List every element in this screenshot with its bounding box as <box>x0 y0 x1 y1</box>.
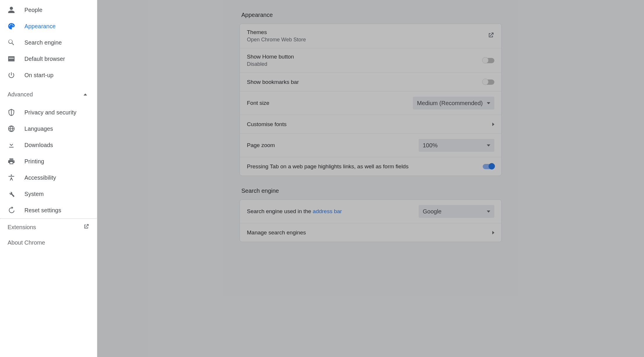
sidebar-item-printing[interactable]: Printing <box>0 153 97 169</box>
sidebar-item-label: Downloads <box>24 142 53 149</box>
search-engine-value: Google <box>423 208 442 215</box>
download-icon <box>8 141 15 149</box>
home-button-toggle[interactable] <box>483 58 494 63</box>
home-button-status: Disabled <box>247 61 294 67</box>
sidebar-item-languages[interactable]: Languages <box>0 121 97 137</box>
row-manage-search-engines[interactable]: Manage search engines <box>240 223 501 242</box>
extensions-label: Extensions <box>8 224 36 231</box>
row-bookmarks-bar: Show bookmarks bar <box>240 73 501 91</box>
appearance-section: Appearance Themes Open Chrome Web Store … <box>240 12 502 176</box>
sidebar-item-label: On start-up <box>24 72 54 79</box>
settings-main: Appearance Themes Open Chrome Web Store … <box>97 0 644 357</box>
sidebar-item-label: People <box>24 7 43 13</box>
open-new-icon <box>487 32 494 40</box>
row-search-engine: Search engine used in the address bar Go… <box>240 200 501 223</box>
sidebar-item-about[interactable]: About Chrome <box>0 235 97 250</box>
sidebar-item-label: Privacy and security <box>24 109 76 116</box>
themes-label: Themes <box>247 29 306 36</box>
bookmarks-toggle[interactable] <box>483 79 494 85</box>
sidebar-item-accessibility[interactable]: Accessibility <box>0 169 97 186</box>
themes-sublabel: Open Chrome Web Store <box>247 37 306 43</box>
home-button-label: Show Home button <box>247 54 294 60</box>
sidebar-basic-list: People Appearance Search engine Default … <box>0 0 97 83</box>
page-zoom-select[interactable]: 100% <box>419 139 494 152</box>
caret-up-icon <box>84 93 87 96</box>
search-used-label: Search engine used in the address bar <box>247 208 342 215</box>
sidebar-item-reset[interactable]: Reset settings <box>0 202 97 218</box>
appearance-card: Themes Open Chrome Web Store Show Home b… <box>240 24 502 176</box>
sidebar-item-label: Printing <box>24 158 44 165</box>
font-size-select[interactable]: Medium (Recommended) <box>413 97 494 109</box>
bookmarks-label: Show bookmarks bar <box>247 79 299 85</box>
open-new-icon <box>83 223 89 231</box>
sidebar-item-privacy[interactable]: Privacy and security <box>0 104 97 121</box>
sidebar-item-downloads[interactable]: Downloads <box>0 137 97 153</box>
search-icon <box>8 39 15 46</box>
sidebar-advanced-toggle[interactable]: Advanced <box>0 86 97 102</box>
sidebar-item-label: System <box>24 191 44 197</box>
wrench-icon <box>8 190 15 198</box>
reset-icon <box>8 206 15 214</box>
sidebar-item-label: Reset settings <box>24 207 61 214</box>
tab-highlight-label: Pressing Tab on a web page highlights li… <box>247 163 408 170</box>
manage-search-label: Manage search engines <box>247 229 306 236</box>
search-engine-section: Search engine Search engine used in the … <box>240 188 502 242</box>
page-zoom-value: 100% <box>423 142 438 149</box>
row-page-zoom: Page zoom 100% <box>240 133 501 157</box>
sidebar-item-search-engine[interactable]: Search engine <box>0 34 97 51</box>
sidebar-item-appearance[interactable]: Appearance <box>0 18 97 34</box>
print-icon <box>8 158 15 165</box>
sidebar-item-people[interactable]: People <box>0 2 97 18</box>
sidebar-advanced-list: Privacy and security Languages Downloads… <box>0 102 97 218</box>
customise-fonts-label: Customise fonts <box>247 121 286 128</box>
palette-icon <box>8 22 15 30</box>
dropdown-icon <box>487 102 490 104</box>
settings-sidebar: People Appearance Search engine Default … <box>0 0 97 357</box>
tab-highlight-toggle[interactable] <box>483 164 494 169</box>
about-label: About Chrome <box>8 239 45 246</box>
sidebar-item-label: Appearance <box>24 23 56 30</box>
shield-icon <box>8 109 15 116</box>
search-engine-title: Search engine <box>241 188 502 194</box>
person-icon <box>8 6 15 14</box>
page-zoom-label: Page zoom <box>247 142 275 149</box>
sidebar-item-on-startup[interactable]: On start-up <box>0 67 97 83</box>
address-bar-link[interactable]: address bar <box>313 208 342 214</box>
row-themes[interactable]: Themes Open Chrome Web Store <box>240 24 501 48</box>
sidebar-item-default-browser[interactable]: Default browser <box>0 51 97 67</box>
search-engine-select[interactable]: Google <box>419 205 494 218</box>
sidebar-item-extensions[interactable]: Extensions <box>0 219 97 235</box>
sidebar-item-label: Accessibility <box>24 174 56 181</box>
power-icon <box>8 71 15 79</box>
sidebar-item-system[interactable]: System <box>0 186 97 202</box>
accessibility-icon <box>8 174 15 181</box>
chevron-right-icon <box>492 123 494 126</box>
dropdown-icon <box>487 144 490 146</box>
row-font-size: Font size Medium (Recommended) <box>240 91 501 115</box>
browser-icon <box>8 55 15 63</box>
row-tab-highlight: Pressing Tab on a web page highlights li… <box>240 157 501 176</box>
globe-icon <box>8 125 15 132</box>
search-engine-card: Search engine used in the address bar Go… <box>240 199 502 242</box>
row-customise-fonts[interactable]: Customise fonts <box>240 115 501 133</box>
chevron-right-icon <box>492 231 494 234</box>
row-home-button: Show Home button Disabled <box>240 48 501 73</box>
sidebar-item-label: Languages <box>24 126 53 132</box>
sidebar-item-label: Search engine <box>24 39 62 46</box>
font-size-value: Medium (Recommended) <box>417 100 483 107</box>
advanced-label: Advanced <box>8 91 33 98</box>
font-size-label: Font size <box>247 100 269 106</box>
appearance-title: Appearance <box>241 12 502 18</box>
sidebar-item-label: Default browser <box>24 56 65 62</box>
dropdown-icon <box>487 211 490 213</box>
